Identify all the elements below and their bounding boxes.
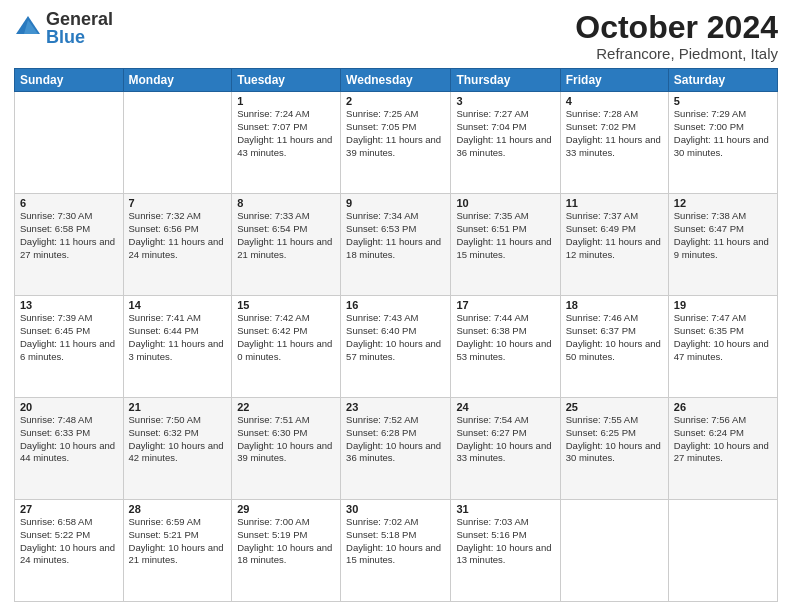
day-number: 19: [674, 299, 772, 311]
day-info: Sunrise: 7:54 AMSunset: 6:27 PMDaylight:…: [456, 414, 554, 465]
day-number: 25: [566, 401, 663, 413]
table-row: 23Sunrise: 7:52 AMSunset: 6:28 PMDayligh…: [341, 398, 451, 500]
table-row: 12Sunrise: 7:38 AMSunset: 6:47 PMDayligh…: [668, 194, 777, 296]
logo-icon: [14, 12, 42, 40]
table-row: 31Sunrise: 7:03 AMSunset: 5:16 PMDayligh…: [451, 500, 560, 602]
day-info: Sunrise: 7:55 AMSunset: 6:25 PMDaylight:…: [566, 414, 663, 465]
day-number: 7: [129, 197, 227, 209]
table-row: 21Sunrise: 7:50 AMSunset: 6:32 PMDayligh…: [123, 398, 232, 500]
header-friday: Friday: [560, 69, 668, 92]
day-number: 24: [456, 401, 554, 413]
day-number: 8: [237, 197, 335, 209]
calendar-week-row: 20Sunrise: 7:48 AMSunset: 6:33 PMDayligh…: [15, 398, 778, 500]
table-row: 17Sunrise: 7:44 AMSunset: 6:38 PMDayligh…: [451, 296, 560, 398]
day-number: 16: [346, 299, 445, 311]
title-block: October 2024 Refrancore, Piedmont, Italy: [575, 10, 778, 62]
day-info: Sunrise: 7:50 AMSunset: 6:32 PMDaylight:…: [129, 414, 227, 465]
day-number: 6: [20, 197, 118, 209]
day-info: Sunrise: 7:03 AMSunset: 5:16 PMDaylight:…: [456, 516, 554, 567]
table-row: [560, 500, 668, 602]
day-number: 15: [237, 299, 335, 311]
table-row: 1Sunrise: 7:24 AMSunset: 7:07 PMDaylight…: [232, 92, 341, 194]
day-info: Sunrise: 7:37 AMSunset: 6:49 PMDaylight:…: [566, 210, 663, 261]
table-row: 4Sunrise: 7:28 AMSunset: 7:02 PMDaylight…: [560, 92, 668, 194]
day-info: Sunrise: 7:34 AMSunset: 6:53 PMDaylight:…: [346, 210, 445, 261]
day-info: Sunrise: 7:25 AMSunset: 7:05 PMDaylight:…: [346, 108, 445, 159]
calendar-week-row: 13Sunrise: 7:39 AMSunset: 6:45 PMDayligh…: [15, 296, 778, 398]
table-row: 6Sunrise: 7:30 AMSunset: 6:58 PMDaylight…: [15, 194, 124, 296]
header-wednesday: Wednesday: [341, 69, 451, 92]
day-info: Sunrise: 7:33 AMSunset: 6:54 PMDaylight:…: [237, 210, 335, 261]
day-number: 9: [346, 197, 445, 209]
day-info: Sunrise: 7:39 AMSunset: 6:45 PMDaylight:…: [20, 312, 118, 363]
table-row: 24Sunrise: 7:54 AMSunset: 6:27 PMDayligh…: [451, 398, 560, 500]
title-month: October 2024: [575, 10, 778, 45]
header: General Blue October 2024 Refrancore, Pi…: [14, 10, 778, 62]
table-row: 11Sunrise: 7:37 AMSunset: 6:49 PMDayligh…: [560, 194, 668, 296]
table-row: 20Sunrise: 7:48 AMSunset: 6:33 PMDayligh…: [15, 398, 124, 500]
day-number: 5: [674, 95, 772, 107]
day-number: 27: [20, 503, 118, 515]
day-info: Sunrise: 6:59 AMSunset: 5:21 PMDaylight:…: [129, 516, 227, 567]
title-location: Refrancore, Piedmont, Italy: [575, 45, 778, 62]
day-info: Sunrise: 7:56 AMSunset: 6:24 PMDaylight:…: [674, 414, 772, 465]
day-number: 21: [129, 401, 227, 413]
table-row: [123, 92, 232, 194]
calendar-table: Sunday Monday Tuesday Wednesday Thursday…: [14, 68, 778, 602]
table-row: 15Sunrise: 7:42 AMSunset: 6:42 PMDayligh…: [232, 296, 341, 398]
table-row: 9Sunrise: 7:34 AMSunset: 6:53 PMDaylight…: [341, 194, 451, 296]
calendar-week-row: 1Sunrise: 7:24 AMSunset: 7:07 PMDaylight…: [15, 92, 778, 194]
day-info: Sunrise: 6:58 AMSunset: 5:22 PMDaylight:…: [20, 516, 118, 567]
day-number: 13: [20, 299, 118, 311]
table-row: 14Sunrise: 7:41 AMSunset: 6:44 PMDayligh…: [123, 296, 232, 398]
table-row: 7Sunrise: 7:32 AMSunset: 6:56 PMDaylight…: [123, 194, 232, 296]
day-info: Sunrise: 7:51 AMSunset: 6:30 PMDaylight:…: [237, 414, 335, 465]
table-row: 22Sunrise: 7:51 AMSunset: 6:30 PMDayligh…: [232, 398, 341, 500]
day-info: Sunrise: 7:47 AMSunset: 6:35 PMDaylight:…: [674, 312, 772, 363]
day-info: Sunrise: 7:52 AMSunset: 6:28 PMDaylight:…: [346, 414, 445, 465]
day-number: 14: [129, 299, 227, 311]
day-number: 1: [237, 95, 335, 107]
day-info: Sunrise: 7:24 AMSunset: 7:07 PMDaylight:…: [237, 108, 335, 159]
day-number: 11: [566, 197, 663, 209]
day-info: Sunrise: 7:28 AMSunset: 7:02 PMDaylight:…: [566, 108, 663, 159]
header-saturday: Saturday: [668, 69, 777, 92]
day-info: Sunrise: 7:32 AMSunset: 6:56 PMDaylight:…: [129, 210, 227, 261]
day-number: 12: [674, 197, 772, 209]
table-row: [15, 92, 124, 194]
header-thursday: Thursday: [451, 69, 560, 92]
table-row: 27Sunrise: 6:58 AMSunset: 5:22 PMDayligh…: [15, 500, 124, 602]
day-info: Sunrise: 7:41 AMSunset: 6:44 PMDaylight:…: [129, 312, 227, 363]
day-number: 20: [20, 401, 118, 413]
table-row: 26Sunrise: 7:56 AMSunset: 6:24 PMDayligh…: [668, 398, 777, 500]
table-row: 8Sunrise: 7:33 AMSunset: 6:54 PMDaylight…: [232, 194, 341, 296]
day-number: 23: [346, 401, 445, 413]
day-number: 2: [346, 95, 445, 107]
logo-blue-text: Blue: [46, 28, 113, 46]
day-number: 22: [237, 401, 335, 413]
table-row: 16Sunrise: 7:43 AMSunset: 6:40 PMDayligh…: [341, 296, 451, 398]
day-number: 17: [456, 299, 554, 311]
day-number: 26: [674, 401, 772, 413]
table-row: 25Sunrise: 7:55 AMSunset: 6:25 PMDayligh…: [560, 398, 668, 500]
table-row: 5Sunrise: 7:29 AMSunset: 7:00 PMDaylight…: [668, 92, 777, 194]
day-info: Sunrise: 7:30 AMSunset: 6:58 PMDaylight:…: [20, 210, 118, 261]
day-number: 3: [456, 95, 554, 107]
table-row: 2Sunrise: 7:25 AMSunset: 7:05 PMDaylight…: [341, 92, 451, 194]
day-info: Sunrise: 7:42 AMSunset: 6:42 PMDaylight:…: [237, 312, 335, 363]
table-row: [668, 500, 777, 602]
logo: General Blue: [14, 10, 113, 46]
day-info: Sunrise: 7:35 AMSunset: 6:51 PMDaylight:…: [456, 210, 554, 261]
day-info: Sunrise: 7:02 AMSunset: 5:18 PMDaylight:…: [346, 516, 445, 567]
day-info: Sunrise: 7:43 AMSunset: 6:40 PMDaylight:…: [346, 312, 445, 363]
page: General Blue October 2024 Refrancore, Pi…: [0, 0, 792, 612]
logo-general-text: General: [46, 10, 113, 28]
calendar-header-row: Sunday Monday Tuesday Wednesday Thursday…: [15, 69, 778, 92]
logo-text: General Blue: [46, 10, 113, 46]
table-row: 29Sunrise: 7:00 AMSunset: 5:19 PMDayligh…: [232, 500, 341, 602]
day-info: Sunrise: 7:48 AMSunset: 6:33 PMDaylight:…: [20, 414, 118, 465]
day-info: Sunrise: 7:00 AMSunset: 5:19 PMDaylight:…: [237, 516, 335, 567]
table-row: 3Sunrise: 7:27 AMSunset: 7:04 PMDaylight…: [451, 92, 560, 194]
day-number: 18: [566, 299, 663, 311]
day-number: 31: [456, 503, 554, 515]
